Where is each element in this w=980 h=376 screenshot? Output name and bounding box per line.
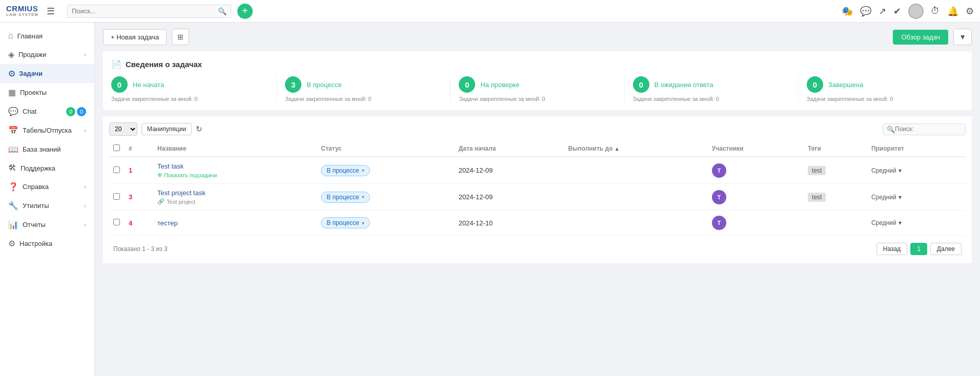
stat-label-4: Завершена (828, 81, 863, 89)
support-icon: 🛠 (8, 163, 16, 173)
new-task-button[interactable]: + Новая задача (103, 29, 167, 45)
task-name-cell: тестер (153, 211, 317, 236)
col-status: Статус (317, 141, 454, 157)
sidebar-item-reports[interactable]: 📊 Отчеты › (0, 215, 94, 234)
task-number: 1 (125, 157, 153, 184)
chevron-right-icon-5: › (84, 221, 86, 228)
sidebar-item-home[interactable]: ⌂ Главная (0, 27, 94, 45)
sales-icon: ◈ (8, 50, 14, 59)
table-row: 3Test project task🔗 Test projectВ процес… (109, 184, 966, 211)
priority-badge[interactable]: Средний ▾ (871, 194, 962, 201)
sidebar: ⌂ Главная ◈ Продажи › ⊙ Задачи ▦ Проекты… (0, 23, 95, 376)
row-checkbox[interactable] (113, 219, 120, 225)
search-icon: 🔍 (218, 7, 227, 15)
check-icon[interactable]: ✔ (893, 6, 901, 17)
menu-icon[interactable]: ☰ (47, 6, 55, 17)
overview-button[interactable]: Обзор задач (893, 30, 948, 45)
tasks-stats: 0 Не начата Задачи закрепленные за мной:… (111, 76, 964, 102)
row-checkbox[interactable] (113, 166, 120, 173)
tasks-icon: ⊙ (8, 69, 15, 78)
status-chevron-icon: ▾ (362, 220, 364, 226)
select-all-checkbox[interactable] (113, 144, 120, 151)
stat-badge-4: 0 (807, 76, 823, 93)
chevron-right-icon-3: › (84, 183, 86, 191)
status-chevron-icon: ▾ (362, 194, 364, 200)
current-page-button[interactable]: 1 (910, 243, 927, 255)
task-name-link[interactable]: Test project task (157, 189, 206, 197)
tasks-info-box: 📄 Сведения о задачах 0 Не начата Задачи … (103, 51, 972, 110)
next-page-button[interactable]: Далее (930, 243, 962, 255)
task-name-link[interactable]: тестер (157, 219, 178, 227)
settings-sidebar-icon: ⚙ (8, 239, 15, 248)
table-row: 1Test task⊕ Показать подзадачиВ процессе… (109, 157, 966, 184)
task-name-link[interactable]: Test task (157, 162, 183, 170)
priority-badge[interactable]: Средний ▾ (871, 219, 962, 226)
table-search-input[interactable] (895, 126, 962, 133)
priority-badge[interactable]: Средний ▾ (871, 167, 962, 174)
pagination-controls: Назад 1 Далее (876, 243, 962, 255)
stat-waiting: 0 В ожидании ответа Задачи закрепленные … (633, 76, 799, 102)
filter-button[interactable]: ▼ (953, 29, 972, 45)
task-status-cell: В процессе ▾ (317, 157, 454, 184)
help-icon: ❓ (8, 182, 18, 192)
tag-badge: test (808, 193, 826, 202)
projects-icon: ▦ (8, 88, 16, 97)
share-icon[interactable]: ↗ (879, 6, 886, 17)
tag-badge: test (808, 166, 826, 175)
show-subtasks-button[interactable]: ⊕ Показать подзадачи (157, 172, 313, 178)
notification-icon[interactable]: 🔔 (947, 6, 958, 17)
status-badge[interactable]: В процессе ▾ (321, 192, 370, 203)
sidebar-item-settings[interactable]: ⚙ Настройка (0, 234, 94, 253)
plus-circle-icon: ⊕ (157, 172, 162, 178)
task-date-end (564, 157, 707, 184)
task-status-cell: В процессе ▾ (317, 211, 454, 236)
task-date-start: 2024-12-10 (455, 211, 564, 236)
sidebar-item-help[interactable]: ❓ Справка › (0, 177, 94, 196)
refresh-button[interactable]: ↻ (196, 124, 202, 134)
task-participants: T (708, 211, 804, 236)
document-icon: 📄 (111, 59, 121, 69)
sort-icon: ▲ (615, 146, 620, 152)
task-tags (804, 211, 867, 236)
stat-badge-2: 0 (459, 76, 475, 93)
search-input[interactable] (72, 7, 218, 15)
sidebar-item-sales[interactable]: ◈ Продажи › (0, 45, 94, 64)
row-checkbox[interactable] (113, 193, 120, 200)
pagination-area: Показано 1 - 3 из 3 Назад 1 Далее (109, 236, 966, 257)
sidebar-item-support[interactable]: 🛠 Поддержка (0, 159, 94, 177)
task-date-end (564, 184, 707, 211)
chevron-right-icon: › (84, 51, 86, 58)
topbar: CRMIUS LAW SYSTEM ☰ 🔍 + 🎭 💬 ↗ ✔ ⏱ 🔔 ⚙ (0, 0, 980, 23)
grid-view-button[interactable]: ⊞ (172, 29, 189, 45)
sidebar-item-knowledge[interactable]: 📖 База знаний (0, 140, 94, 159)
stat-completed: 0 Завершена Задачи закрепленные за мной:… (807, 76, 964, 102)
sidebar-item-tabel[interactable]: 📅 Табель/Отпуска › (0, 121, 94, 140)
task-date-end (564, 211, 707, 236)
manipulate-button[interactable]: Манипуляции (141, 123, 192, 135)
table-search: 🔍 (883, 123, 966, 135)
sidebar-item-tasks[interactable]: ⊙ Задачи (0, 64, 94, 83)
stat-badge-1: 3 (285, 76, 301, 93)
prev-page-button[interactable]: Назад (876, 243, 907, 255)
sidebar-item-projects[interactable]: ▦ Проекты (0, 83, 94, 102)
status-badge[interactable]: В процессе ▾ (321, 217, 370, 228)
add-button[interactable]: + (237, 4, 253, 19)
settings-icon[interactable]: ⚙ (966, 6, 974, 17)
status-badge[interactable]: В процессе ▾ (321, 165, 370, 176)
col-date-end[interactable]: Выполнить до ▲ (564, 141, 707, 157)
clock-icon[interactable]: ⏱ (931, 6, 940, 16)
briefcase-icon[interactable]: 🎭 (842, 6, 853, 17)
table-toolbar: 20 50 100 Манипуляции ↻ 🔍 (109, 122, 966, 136)
sidebar-item-chat[interactable]: 💬 Chat 0 0 (0, 102, 94, 121)
stat-sub-1: Задачи закрепленные за мной: 0 (285, 96, 442, 102)
participant-avatar: T (712, 190, 726, 204)
chat-icon[interactable]: 💬 (860, 6, 871, 17)
tabel-icon: 📅 (8, 126, 18, 135)
task-date-start: 2024-12-09 (455, 184, 564, 211)
task-tags: test (804, 184, 867, 211)
table-area: 20 50 100 Манипуляции ↻ 🔍 # Название (103, 116, 972, 263)
per-page-select[interactable]: 20 50 100 (109, 122, 137, 136)
chevron-right-icon-2: › (84, 127, 86, 134)
avatar[interactable] (908, 4, 924, 19)
sidebar-item-utilities[interactable]: 🔧 Утилиты › (0, 196, 94, 215)
